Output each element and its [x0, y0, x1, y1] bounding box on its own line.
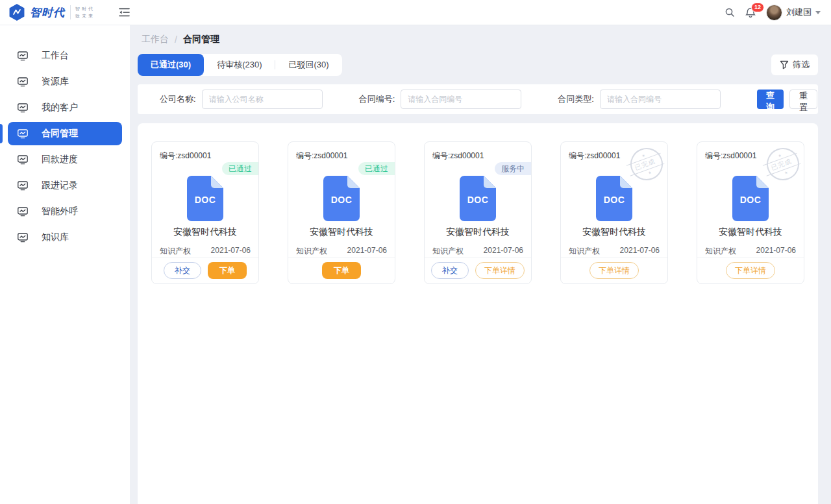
tab-label: 已通过(30): [151, 59, 191, 71]
contract-meta: 知识产权 2021-07-06: [425, 246, 531, 257]
contract-meta: 知识产权 2021-07-06: [697, 246, 804, 257]
tab-label: 已驳回(30): [288, 59, 329, 71]
logo-hexagon-icon: [8, 4, 25, 21]
user-menu[interactable]: 刘建国: [766, 5, 821, 21]
doc-file-icon: DOC: [187, 176, 223, 221]
contract-card: 编号:zsd00001 服务中 DOC 安徽智时代科技 知识产权 2021-07…: [424, 141, 532, 284]
funnel-icon: [780, 60, 789, 69]
sidebar-item-label: 智能外呼: [42, 206, 78, 217]
doc-file-icon: DOC: [732, 176, 769, 221]
reset-button[interactable]: 重置: [789, 90, 817, 109]
order-details-button[interactable]: 下单详情: [475, 262, 525, 279]
contract-meta: 知识产权 2021-07-06: [288, 246, 395, 257]
brand-name: 智时代: [30, 5, 65, 20]
status-tag: 已通过: [358, 162, 395, 175]
status-tabs: 已通过(30) 待审核(230) 已驳回(30): [138, 54, 342, 76]
filter-field-label: 合同编号:: [359, 93, 395, 105]
sidebar-item[interactable]: 知识库: [0, 224, 130, 250]
doc-file-icon: DOC: [460, 176, 496, 221]
contract-category: 知识产权: [705, 246, 736, 257]
status-tab[interactable]: 待审核(230): [204, 54, 275, 76]
doc-label: DOC: [596, 195, 632, 205]
order-details-button[interactable]: 下单详情: [589, 262, 639, 279]
contract-date: 2021-07-06: [756, 246, 796, 257]
sidebar-item[interactable]: 合同管理: [0, 121, 130, 147]
contract-meta: 知识产权 2021-07-06: [561, 246, 667, 257]
filter-toggle-button[interactable]: 筛选: [771, 54, 818, 75]
sidebar-item[interactable]: 我的客户: [0, 95, 130, 121]
status-tag: 已通过: [222, 162, 258, 175]
company-name: 安徽智时代科技: [288, 226, 395, 238]
doc-file-icon: DOC: [323, 176, 360, 221]
status-tab[interactable]: 已通过(30): [138, 54, 204, 76]
contract-card: 编号:zsd00001 ★ 已完成 ★ DOC 安徽智时代科技 知识产权 202…: [697, 141, 804, 284]
order-details-button[interactable]: 下单详情: [726, 262, 775, 279]
contract-date: 2021-07-06: [211, 246, 251, 257]
card-actions: 补交下单详情: [425, 257, 531, 283]
sidebar-item-label: 知识库: [42, 232, 69, 243]
company-name: 安徽智时代科技: [561, 226, 667, 238]
card-actions: 补交下单: [152, 257, 258, 283]
tab-label: 待审核(230): [217, 59, 262, 71]
contract-category: 知识产权: [569, 246, 600, 257]
doc-label: DOC: [732, 195, 769, 205]
collapse-sidebar-icon[interactable]: [118, 7, 130, 18]
monitor-chart-icon: [17, 128, 29, 139]
monitor-chart-icon: [17, 102, 29, 114]
card-actions: 下单: [288, 257, 395, 283]
status-tab[interactable]: 已驳回(30): [275, 54, 341, 76]
contracts-panel: 编号:zsd00001 已通过 DOC 安徽智时代科技 知识产权 2021-07…: [138, 123, 818, 504]
contract-meta: 知识产权 2021-07-06: [152, 246, 258, 257]
contract-code: 编号:zsd00001: [288, 142, 395, 162]
main-content: 工作台 / 合同管理 已通过(30) 待审核(230) 已驳回(30) 筛选 公…: [130, 25, 831, 504]
sidebar-item-label: 跟进记录: [42, 180, 78, 191]
contract-card-list: 编号:zsd00001 已通过 DOC 安徽智时代科技 知识产权 2021-07…: [151, 141, 804, 284]
notification-badge: 12: [751, 3, 764, 12]
filter-bar: 公司名称: 合同编号: 合同类型: 查询 重置: [138, 84, 818, 114]
supplement-button[interactable]: 补交: [431, 262, 469, 279]
contract-code: 编号:zsd00001: [152, 142, 258, 162]
filter-input[interactable]: [600, 90, 721, 109]
filter-input[interactable]: [202, 90, 323, 109]
search-icon[interactable]: [725, 7, 735, 18]
query-button[interactable]: 查询: [757, 90, 784, 109]
sidebar-item[interactable]: 回款进度: [0, 147, 130, 173]
contract-category: 知识产权: [296, 246, 327, 257]
stamp-star-icon: ★: [778, 153, 782, 158]
top-header: 智时代 智时代 致未来 12 刘建国: [0, 0, 831, 25]
breadcrumb-parent[interactable]: 工作台: [142, 34, 169, 45]
supplement-button[interactable]: 补交: [164, 262, 201, 279]
sidebar-item[interactable]: 工作台: [0, 43, 130, 69]
filter-input[interactable]: [401, 90, 521, 109]
filter-toggle-label: 筛选: [793, 59, 810, 71]
header-right-actions: 12 刘建国: [725, 5, 831, 21]
place-order-button[interactable]: 下单: [322, 262, 361, 279]
status-tag: 服务中: [495, 162, 531, 175]
monitor-chart-icon: [17, 232, 29, 243]
brand-logo[interactable]: 智时代 智时代 致未来: [0, 4, 112, 21]
sidebar-item[interactable]: 跟进记录: [0, 173, 130, 198]
card-actions: 下单详情: [561, 257, 667, 283]
filter-field: 合同类型:: [558, 90, 721, 109]
notifications-bell-icon[interactable]: 12: [745, 7, 756, 18]
monitor-chart-icon: [17, 180, 29, 191]
filter-field: 合同编号:: [359, 90, 522, 109]
monitor-chart-icon: [17, 76, 29, 88]
stamp-star-icon: ★: [784, 170, 788, 174]
tagline-line1: 智时代: [75, 6, 95, 11]
sidebar-item[interactable]: 智能外呼: [0, 198, 130, 224]
contract-card: 编号:zsd00001 已通过 DOC 安徽智时代科技 知识产权 2021-07…: [288, 141, 395, 284]
app-screen: 智时代 智时代 致未来 12 刘建国: [0, 0, 831, 504]
doc-label: DOC: [460, 195, 496, 205]
breadcrumb-separator: /: [175, 34, 177, 45]
caret-down-icon: [815, 11, 821, 14]
monitor-chart-icon: [17, 50, 29, 62]
contract-card: 编号:zsd00001 已通过 DOC 安徽智时代科技 知识产权 2021-07…: [151, 141, 259, 284]
place-order-button[interactable]: 下单: [208, 262, 247, 279]
contract-card: 编号:zsd00001 ★ 已完成 ★ DOC 安徽智时代科技 知识产权 202…: [560, 141, 668, 284]
company-name: 安徽智时代科技: [152, 226, 258, 238]
sidebar-item[interactable]: 资源库: [0, 69, 130, 95]
sidebar-nav: 工作台 资源库 我的客户 合同管理 回款进度: [0, 25, 130, 504]
tagline-line2: 致未来: [75, 14, 95, 18]
filter-actions: 查询 重置: [757, 90, 817, 109]
